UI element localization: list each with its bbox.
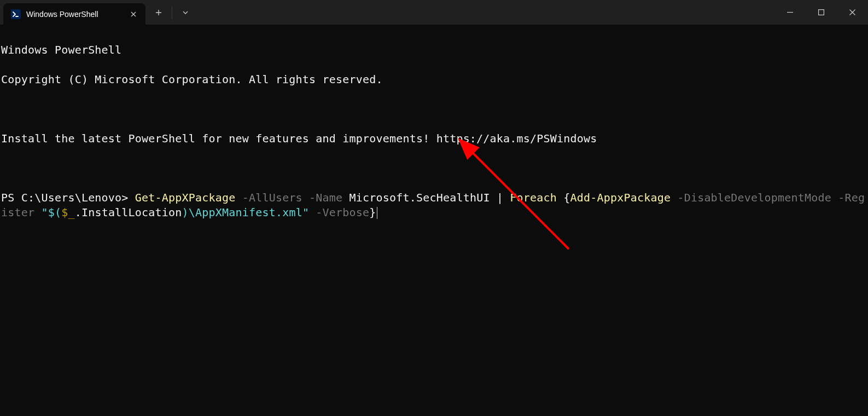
powershell-icon xyxy=(11,9,21,19)
maximize-button[interactable] xyxy=(806,0,837,25)
close-window-button[interactable] xyxy=(837,0,868,25)
blank-line xyxy=(1,161,867,176)
titlebar: Windows PowerShell xyxy=(0,0,868,25)
tab-strip: Windows PowerShell xyxy=(0,0,145,25)
titlebar-drag-area[interactable] xyxy=(199,0,774,25)
maximize-icon xyxy=(818,9,824,15)
divider xyxy=(172,7,172,19)
new-tab-button[interactable] xyxy=(148,4,170,21)
cmd-pipe: | xyxy=(497,191,503,204)
cmd-foreach: Foreach xyxy=(503,191,563,204)
header-line-1: Windows PowerShell xyxy=(1,43,867,57)
tab-dropdown-button[interactable] xyxy=(174,4,196,21)
tab-title: Windows PowerShell xyxy=(26,10,121,19)
chevron-down-icon xyxy=(182,9,189,16)
cmd-dollarunder: $_ xyxy=(61,206,74,219)
terminal-area[interactable]: Windows PowerShell Copyright (C) Microso… xyxy=(0,25,868,268)
svg-rect-3 xyxy=(819,10,824,15)
window-controls xyxy=(774,0,868,25)
cmd-addappx: Add-AppxPackage xyxy=(570,191,671,204)
minimize-button[interactable] xyxy=(774,0,806,25)
cmd-name: -Name xyxy=(302,191,342,204)
close-icon xyxy=(131,11,136,17)
minimize-icon xyxy=(787,9,793,15)
plus-icon xyxy=(155,9,162,16)
cmd-disabledev: -DisableDevelopmentMode xyxy=(671,191,831,204)
cmd-stropen: "$( xyxy=(34,206,61,219)
cmd-installloc: .InstallLocation xyxy=(75,206,182,219)
prompt-prefix: PS C:\Users\Lenovo> xyxy=(1,191,135,204)
install-msg: Install the latest PowerShell for new fe… xyxy=(1,131,867,146)
cmd-closeparen: ) xyxy=(182,206,189,219)
cmd-getappx: Get-AppXPackage xyxy=(135,191,236,204)
tab-actions xyxy=(145,0,199,25)
cmd-allusers: -AllUsers xyxy=(235,191,302,204)
cmd-closebrace: } xyxy=(369,206,376,219)
tab[interactable]: Windows PowerShell xyxy=(3,3,145,25)
text-cursor xyxy=(377,207,377,219)
blank-line xyxy=(1,102,867,117)
header-line-2: Copyright (C) Microsoft Corporation. All… xyxy=(1,72,867,87)
cmd-openbrace: { xyxy=(563,191,570,204)
cmd-manifest: \AppXManifest.xml" xyxy=(189,206,309,219)
cmd-verbose: -Verbose xyxy=(309,206,369,219)
close-icon xyxy=(849,9,855,15)
tab-close-button[interactable] xyxy=(127,8,140,21)
cmd-pkgname: Microsoft.SecHealthUI xyxy=(342,191,497,204)
svg-rect-0 xyxy=(11,10,20,19)
prompt-line: PS C:\Users\Lenovo> Get-AppXPackage -All… xyxy=(1,190,867,220)
